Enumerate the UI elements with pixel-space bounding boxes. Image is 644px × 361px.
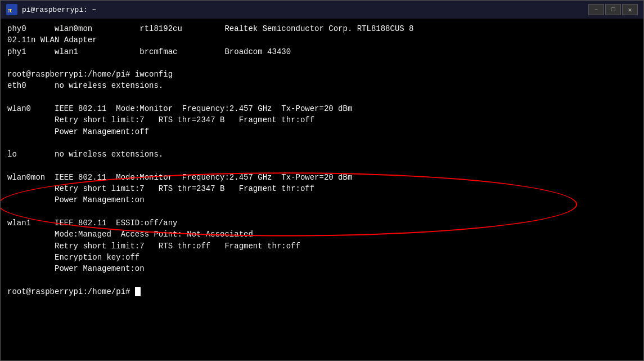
terminal-window: π pi@raspberrypi: ~ – □ ✕ phy0 wlan0mon … <box>0 0 644 361</box>
app-icon: π <box>6 4 17 15</box>
minimize-button[interactable]: – <box>588 4 604 15</box>
terminal-cursor <box>135 287 141 296</box>
terminal-output: phy0 wlan0mon rtl8192cu Realtek Semicond… <box>7 23 637 297</box>
maximize-button[interactable]: □ <box>605 4 621 15</box>
titlebar-left: π pi@raspberrypi: ~ <box>6 4 97 15</box>
svg-text:π: π <box>8 6 12 14</box>
terminal-body[interactable]: phy0 wlan0mon rtl8192cu Realtek Semicond… <box>1 19 643 360</box>
close-button[interactable]: ✕ <box>622 4 638 15</box>
titlebar: π pi@raspberrypi: ~ – □ ✕ <box>1 1 643 19</box>
window-title: pi@raspberrypi: ~ <box>22 6 97 14</box>
window-controls: – □ ✕ <box>588 4 638 15</box>
